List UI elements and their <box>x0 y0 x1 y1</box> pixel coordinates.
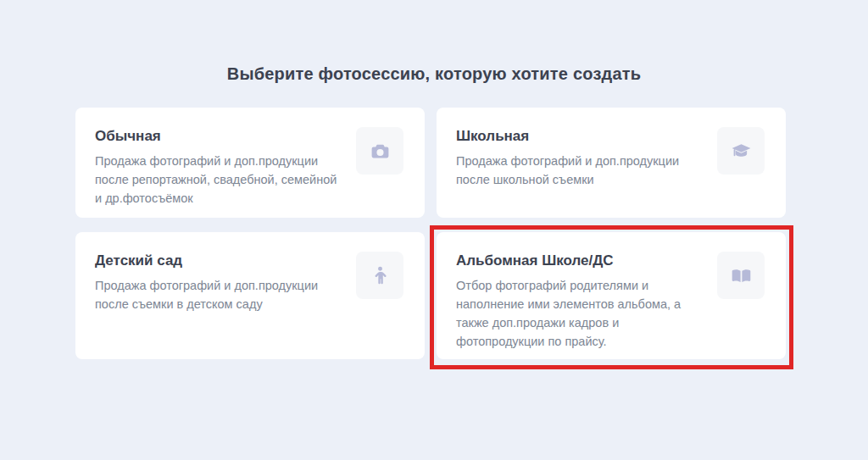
camera-icon <box>356 127 403 175</box>
page-title: Выберите фотосессию, которую хотите созд… <box>0 64 868 84</box>
card-school-session[interactable]: Школьная Продажа фотографий и доп.продук… <box>437 108 786 218</box>
card-description: Продажа фотографий и доп.продукции после… <box>95 152 346 208</box>
card-description: Продажа фотографий и доп.продукции после… <box>456 152 707 189</box>
child-icon <box>356 252 403 299</box>
card-regular-session[interactable]: Обычная Продажа фотографий и доп.продукц… <box>75 108 425 218</box>
photosession-cards-grid: Обычная Продажа фотографий и доп.продукц… <box>75 108 786 359</box>
card-description: Продажа фотографий и доп.продукции после… <box>95 276 346 313</box>
open-book-icon <box>717 252 765 299</box>
card-kindergarten-session[interactable]: Детский сад Продажа фотографий и доп.про… <box>75 232 425 359</box>
graduation-cap-icon <box>717 127 765 175</box>
card-album-school-kindergarten-session[interactable]: Альбомная Школе/ДС Отбор фотографий роди… <box>437 232 786 359</box>
card-description: Отбор фотографий родителями и наполнение… <box>456 276 707 351</box>
